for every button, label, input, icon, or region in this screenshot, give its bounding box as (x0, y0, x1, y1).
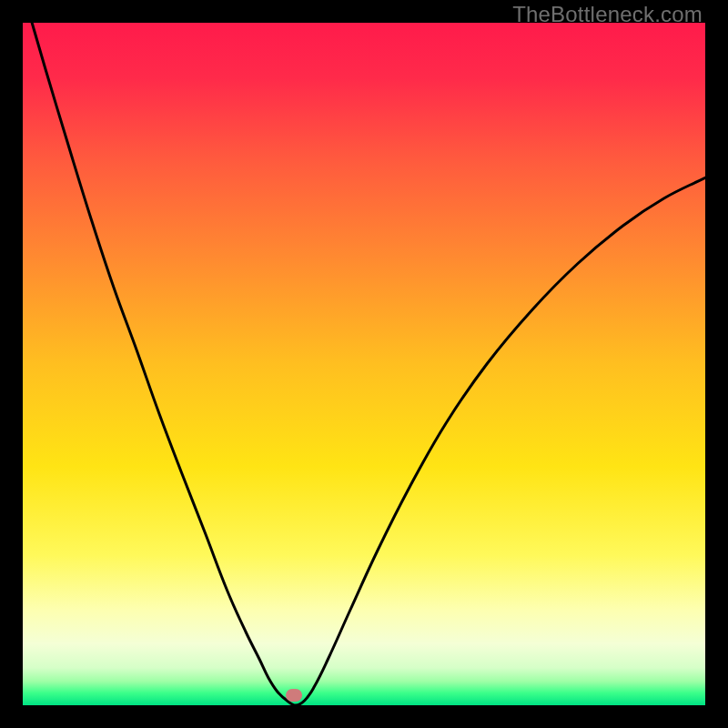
watermark-text: TheBottleneck.com (512, 2, 703, 27)
bottleneck-curve (23, 23, 705, 705)
plot-area (23, 23, 705, 705)
chart-frame: TheBottleneck.com (0, 0, 728, 728)
optimum-marker (286, 689, 302, 702)
